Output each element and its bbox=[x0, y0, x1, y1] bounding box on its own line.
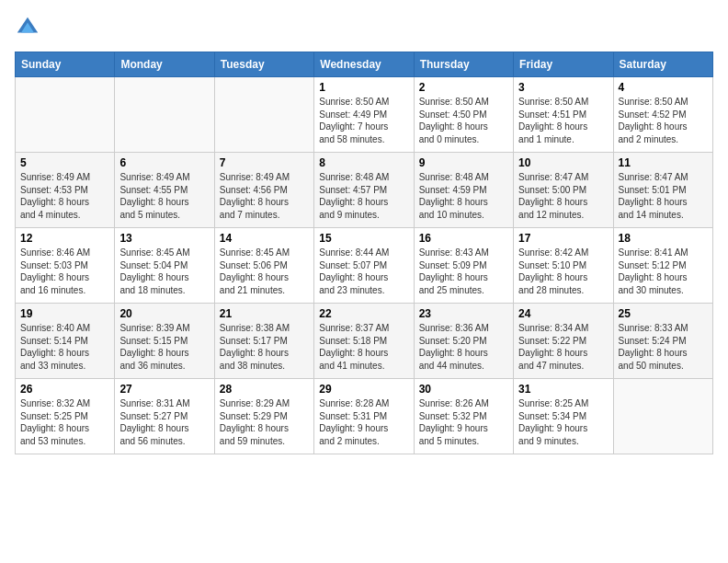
day-cell: 1Sunrise: 8:50 AM Sunset: 4:49 PM Daylig… bbox=[314, 77, 414, 153]
day-info: Sunrise: 8:38 AM Sunset: 5:17 PM Dayligh… bbox=[220, 322, 309, 372]
logo bbox=[15, 15, 44, 40]
day-cell: 7Sunrise: 8:49 AM Sunset: 4:56 PM Daylig… bbox=[214, 153, 313, 228]
day-cell: 12Sunrise: 8:46 AM Sunset: 5:03 PM Dayli… bbox=[16, 228, 115, 304]
day-number: 22 bbox=[319, 307, 408, 320]
day-cell: 6Sunrise: 8:49 AM Sunset: 4:55 PM Daylig… bbox=[115, 153, 214, 228]
day-cell: 14Sunrise: 8:45 AM Sunset: 5:06 PM Dayli… bbox=[214, 228, 313, 304]
day-number: 4 bbox=[619, 81, 708, 94]
day-cell bbox=[115, 77, 214, 153]
week-row-3: 19Sunrise: 8:40 AM Sunset: 5:14 PM Dayli… bbox=[16, 304, 713, 379]
day-cell: 10Sunrise: 8:47 AM Sunset: 5:00 PM Dayli… bbox=[514, 153, 613, 228]
day-number: 5 bbox=[20, 156, 109, 169]
day-cell: 20Sunrise: 8:39 AM Sunset: 5:15 PM Dayli… bbox=[115, 304, 214, 379]
day-cell: 17Sunrise: 8:42 AM Sunset: 5:10 PM Dayli… bbox=[514, 228, 613, 304]
weekday-monday: Monday bbox=[115, 52, 214, 77]
weekday-thursday: Thursday bbox=[414, 52, 513, 77]
day-cell bbox=[16, 77, 115, 153]
day-info: Sunrise: 8:42 AM Sunset: 5:10 PM Dayligh… bbox=[518, 247, 608, 296]
weekday-wednesday: Wednesday bbox=[314, 52, 414, 77]
day-number: 20 bbox=[119, 307, 209, 320]
day-cell: 3Sunrise: 8:50 AM Sunset: 4:51 PM Daylig… bbox=[514, 77, 613, 153]
calendar-table: SundayMondayTuesdayWednesdayThursdayFrid… bbox=[15, 52, 713, 454]
day-number: 8 bbox=[319, 156, 408, 169]
day-info: Sunrise: 8:33 AM Sunset: 5:24 PM Dayligh… bbox=[619, 322, 708, 372]
day-number: 15 bbox=[319, 232, 408, 245]
day-info: Sunrise: 8:47 AM Sunset: 5:00 PM Dayligh… bbox=[518, 171, 608, 221]
day-info: Sunrise: 8:32 AM Sunset: 5:25 PM Dayligh… bbox=[20, 397, 109, 447]
day-info: Sunrise: 8:28 AM Sunset: 5:31 PM Dayligh… bbox=[319, 397, 408, 447]
day-cell: 26Sunrise: 8:32 AM Sunset: 5:25 PM Dayli… bbox=[16, 379, 115, 454]
day-info: Sunrise: 8:48 AM Sunset: 4:57 PM Dayligh… bbox=[319, 171, 408, 221]
day-info: Sunrise: 8:46 AM Sunset: 5:03 PM Dayligh… bbox=[20, 247, 109, 296]
day-info: Sunrise: 8:50 AM Sunset: 4:52 PM Dayligh… bbox=[619, 96, 708, 145]
week-row-2: 12Sunrise: 8:46 AM Sunset: 5:03 PM Dayli… bbox=[16, 228, 713, 304]
logo-icon bbox=[15, 15, 40, 40]
day-number: 25 bbox=[619, 307, 708, 320]
calendar-body: 1Sunrise: 8:50 AM Sunset: 4:49 PM Daylig… bbox=[16, 77, 713, 454]
day-number: 3 bbox=[518, 81, 608, 94]
day-cell: 23Sunrise: 8:36 AM Sunset: 5:20 PM Dayli… bbox=[414, 304, 513, 379]
day-number: 14 bbox=[220, 232, 309, 245]
day-info: Sunrise: 8:47 AM Sunset: 5:01 PM Dayligh… bbox=[619, 171, 708, 221]
day-info: Sunrise: 8:50 AM Sunset: 4:51 PM Dayligh… bbox=[518, 96, 608, 145]
day-number: 27 bbox=[119, 383, 209, 396]
day-number: 16 bbox=[419, 232, 508, 245]
day-cell: 29Sunrise: 8:28 AM Sunset: 5:31 PM Dayli… bbox=[314, 379, 414, 454]
day-info: Sunrise: 8:45 AM Sunset: 5:04 PM Dayligh… bbox=[119, 247, 209, 296]
day-number: 10 bbox=[518, 156, 608, 169]
day-number: 26 bbox=[20, 383, 109, 396]
day-cell: 18Sunrise: 8:41 AM Sunset: 5:12 PM Dayli… bbox=[613, 228, 712, 304]
day-info: Sunrise: 8:50 AM Sunset: 4:49 PM Dayligh… bbox=[319, 96, 408, 145]
day-number: 13 bbox=[119, 232, 209, 245]
day-info: Sunrise: 8:45 AM Sunset: 5:06 PM Dayligh… bbox=[220, 247, 309, 296]
day-number: 21 bbox=[220, 307, 309, 320]
day-cell: 27Sunrise: 8:31 AM Sunset: 5:27 PM Dayli… bbox=[115, 379, 214, 454]
day-cell: 15Sunrise: 8:44 AM Sunset: 5:07 PM Dayli… bbox=[314, 228, 414, 304]
day-cell: 25Sunrise: 8:33 AM Sunset: 5:24 PM Dayli… bbox=[613, 304, 712, 379]
day-info: Sunrise: 8:29 AM Sunset: 5:29 PM Dayligh… bbox=[220, 397, 309, 447]
day-cell bbox=[214, 77, 313, 153]
week-row-1: 5Sunrise: 8:49 AM Sunset: 4:53 PM Daylig… bbox=[16, 153, 713, 228]
day-number: 19 bbox=[20, 307, 109, 320]
day-cell: 16Sunrise: 8:43 AM Sunset: 5:09 PM Dayli… bbox=[414, 228, 513, 304]
day-number: 1 bbox=[319, 81, 408, 94]
day-info: Sunrise: 8:49 AM Sunset: 4:56 PM Dayligh… bbox=[220, 171, 309, 221]
day-cell: 13Sunrise: 8:45 AM Sunset: 5:04 PM Dayli… bbox=[115, 228, 214, 304]
day-cell: 21Sunrise: 8:38 AM Sunset: 5:17 PM Dayli… bbox=[214, 304, 313, 379]
day-number: 30 bbox=[419, 383, 508, 396]
day-number: 12 bbox=[20, 232, 109, 245]
day-cell: 30Sunrise: 8:26 AM Sunset: 5:32 PM Dayli… bbox=[414, 379, 513, 454]
day-number: 2 bbox=[419, 81, 508, 94]
day-info: Sunrise: 8:40 AM Sunset: 5:14 PM Dayligh… bbox=[20, 322, 109, 372]
day-info: Sunrise: 8:36 AM Sunset: 5:20 PM Dayligh… bbox=[419, 322, 508, 372]
day-info: Sunrise: 8:26 AM Sunset: 5:32 PM Dayligh… bbox=[419, 397, 508, 447]
day-number: 17 bbox=[518, 232, 608, 245]
day-info: Sunrise: 8:37 AM Sunset: 5:18 PM Dayligh… bbox=[319, 322, 408, 372]
day-number: 28 bbox=[220, 383, 309, 396]
weekday-header-row: SundayMondayTuesdayWednesdayThursdayFrid… bbox=[16, 52, 713, 77]
day-info: Sunrise: 8:48 AM Sunset: 4:59 PM Dayligh… bbox=[419, 171, 508, 221]
day-info: Sunrise: 8:31 AM Sunset: 5:27 PM Dayligh… bbox=[119, 397, 209, 447]
day-number: 29 bbox=[319, 383, 408, 396]
day-info: Sunrise: 8:49 AM Sunset: 4:53 PM Dayligh… bbox=[20, 171, 109, 221]
page-header bbox=[15, 15, 713, 40]
day-cell: 9Sunrise: 8:48 AM Sunset: 4:59 PM Daylig… bbox=[414, 153, 513, 228]
weekday-sunday: Sunday bbox=[16, 52, 115, 77]
day-number: 9 bbox=[419, 156, 508, 169]
day-cell: 8Sunrise: 8:48 AM Sunset: 4:57 PM Daylig… bbox=[314, 153, 414, 228]
day-info: Sunrise: 8:39 AM Sunset: 5:15 PM Dayligh… bbox=[119, 322, 209, 372]
day-cell: 28Sunrise: 8:29 AM Sunset: 5:29 PM Dayli… bbox=[214, 379, 313, 454]
day-info: Sunrise: 8:43 AM Sunset: 5:09 PM Dayligh… bbox=[419, 247, 508, 296]
day-number: 7 bbox=[220, 156, 309, 169]
weekday-saturday: Saturday bbox=[613, 52, 712, 77]
day-cell: 31Sunrise: 8:25 AM Sunset: 5:34 PM Dayli… bbox=[514, 379, 613, 454]
day-number: 31 bbox=[518, 383, 608, 396]
day-number: 6 bbox=[119, 156, 209, 169]
day-info: Sunrise: 8:34 AM Sunset: 5:22 PM Dayligh… bbox=[518, 322, 608, 372]
day-cell bbox=[613, 379, 712, 454]
day-number: 18 bbox=[619, 232, 708, 245]
day-cell: 5Sunrise: 8:49 AM Sunset: 4:53 PM Daylig… bbox=[16, 153, 115, 228]
day-info: Sunrise: 8:44 AM Sunset: 5:07 PM Dayligh… bbox=[319, 247, 408, 296]
day-info: Sunrise: 8:25 AM Sunset: 5:34 PM Dayligh… bbox=[518, 397, 608, 447]
week-row-0: 1Sunrise: 8:50 AM Sunset: 4:49 PM Daylig… bbox=[16, 77, 713, 153]
